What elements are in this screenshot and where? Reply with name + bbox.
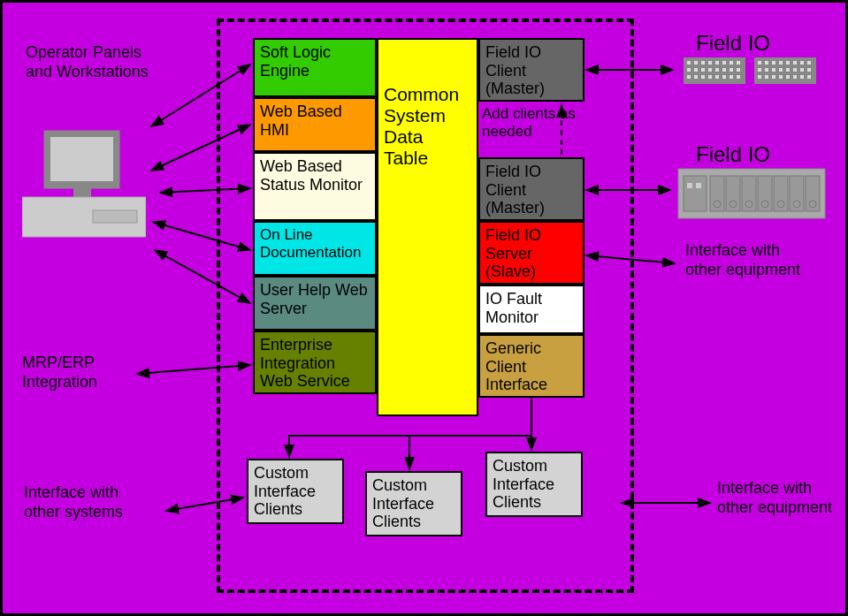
svg-rect-61 [742, 176, 756, 211]
svg-rect-26 [708, 75, 712, 79]
svg-rect-4 [93, 210, 137, 223]
svg-rect-43 [786, 68, 790, 72]
operator-label: Operator Panels and Workstations [26, 43, 158, 81]
svg-rect-59 [710, 176, 724, 211]
svg-rect-15 [687, 68, 691, 72]
custom-interface-clients-1: Custom Interface Clients [247, 459, 344, 524]
io-fault-monitor: IO Fault Monitor [478, 285, 584, 334]
user-help-web-server: User Help Web Server [253, 276, 377, 331]
svg-rect-14 [737, 61, 740, 65]
svg-rect-33 [772, 61, 775, 65]
svg-rect-16 [694, 68, 698, 72]
svg-rect-21 [730, 68, 733, 72]
svg-rect-1 [50, 137, 113, 181]
svg-rect-24 [694, 75, 698, 79]
svg-rect-44 [793, 68, 797, 72]
svg-rect-41 [772, 68, 775, 72]
svg-rect-45 [800, 68, 804, 72]
svg-rect-2 [73, 188, 91, 197]
svg-rect-46 [807, 68, 811, 72]
mrp-label: MRP/ERP Integration [22, 354, 128, 392]
interface-equipment-upper: Interface with other equipment [685, 241, 818, 279]
svg-rect-20 [722, 68, 726, 72]
enterprise-integration-web-service: Enterprise Integration Web Service [253, 331, 377, 394]
svg-rect-51 [786, 75, 790, 79]
svg-rect-8 [694, 61, 698, 65]
field-io-client-master-1: Field IO Client (Master) [478, 38, 584, 102]
svg-rect-28 [722, 75, 726, 79]
svg-rect-64 [790, 176, 804, 211]
svg-rect-27 [715, 75, 719, 79]
svg-rect-49 [772, 75, 775, 79]
svg-rect-39 [758, 68, 761, 72]
svg-rect-65 [806, 176, 820, 211]
field-io-label-1: Field IO [696, 31, 770, 57]
svg-rect-19 [715, 68, 719, 72]
svg-rect-17 [701, 68, 705, 72]
svg-rect-36 [793, 61, 797, 65]
web-based-hmi: Web Based HMI [253, 97, 377, 152]
svg-rect-38 [807, 61, 811, 65]
field-io-client-master-2: Field IO Client (Master) [478, 157, 584, 221]
svg-rect-18 [708, 68, 712, 72]
interface-equipment-lower: Interface with other equipment [717, 479, 848, 517]
svg-rect-22 [737, 68, 740, 72]
svg-rect-13 [730, 61, 733, 65]
svg-rect-54 [807, 75, 811, 79]
svg-rect-35 [786, 61, 790, 65]
interface-other-systems-label: Interface with other systems [24, 483, 157, 521]
custom-interface-clients-3: Custom Interface Clients [485, 452, 583, 517]
svg-rect-56 [684, 176, 707, 211]
svg-rect-58 [696, 183, 701, 188]
svg-rect-47 [758, 75, 761, 79]
svg-rect-32 [765, 61, 768, 65]
svg-rect-34 [779, 61, 783, 65]
online-documentation: On Line Documentation [253, 221, 377, 276]
add-clients-label: Add clients as needed [482, 105, 584, 141]
svg-rect-57 [687, 183, 692, 188]
svg-rect-42 [779, 68, 783, 72]
svg-rect-52 [793, 75, 797, 79]
svg-rect-50 [779, 75, 783, 79]
svg-rect-6 [754, 57, 816, 84]
field-io-server-slave: Field IO Server (Slave) [478, 221, 584, 285]
svg-rect-9 [701, 61, 705, 65]
svg-rect-60 [726, 176, 740, 211]
field-io-device-2-icon [676, 167, 827, 220]
svg-rect-31 [758, 61, 761, 65]
svg-rect-40 [765, 68, 768, 72]
svg-rect-63 [774, 176, 788, 211]
svg-rect-62 [758, 176, 772, 211]
svg-rect-25 [701, 75, 705, 79]
svg-rect-5 [684, 57, 745, 84]
svg-rect-30 [737, 75, 740, 79]
generic-client-interface: Generic Client Interface [478, 334, 584, 398]
field-io-label-2: Field IO [696, 142, 770, 168]
svg-rect-29 [730, 75, 733, 79]
workstation-icon [22, 126, 146, 241]
field-io-device-1-icon [682, 56, 823, 87]
svg-rect-53 [800, 75, 804, 79]
soft-logic-engine: Soft Logic Engine [253, 38, 377, 97]
svg-rect-10 [708, 61, 712, 65]
svg-rect-37 [800, 61, 804, 65]
common-system-data-table: Common System Data Table [377, 38, 478, 416]
web-based-status-monitor: Web Based Status Monitor [253, 152, 377, 221]
svg-rect-23 [687, 75, 691, 79]
svg-rect-48 [765, 75, 768, 79]
svg-rect-11 [715, 61, 719, 65]
svg-rect-7 [687, 61, 691, 65]
svg-rect-12 [722, 61, 726, 65]
custom-interface-clients-2: Custom Interface Clients [365, 471, 462, 536]
